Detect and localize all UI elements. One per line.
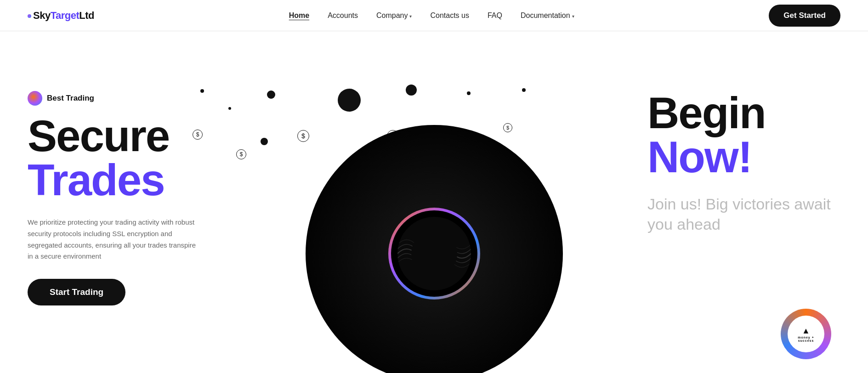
badge-icon (28, 91, 42, 106)
hero-right-title-line1: Begin (647, 91, 840, 135)
logo[interactable]: SkyTargetLtd (28, 10, 94, 22)
dollar-circle-icon: $ (236, 149, 246, 159)
floating-dot (338, 89, 361, 112)
nav-item-home[interactable]: Home (289, 11, 309, 20)
logo-ltd: Ltd (79, 10, 94, 21)
nav-links: Home Accounts Company▾ Contacts us FAQ D… (289, 11, 574, 20)
nav-link-home[interactable]: Home (289, 11, 309, 19)
vinyl-inner (411, 231, 457, 277)
success-badge-inner: ▲ money +success (788, 316, 824, 352)
nav-item-contacts[interactable]: Contacts us (430, 11, 469, 20)
floating-dot (406, 85, 417, 96)
hero-section: $$$$$$ Best Trading Secure Trades We pri… (0, 31, 868, 373)
hero-right-subtitle: Join us! Big victories await you ahead (647, 194, 840, 234)
success-badge: ▲ money +success (781, 309, 831, 359)
floating-dot (522, 88, 526, 92)
nav-link-documentation[interactable]: Documentation▾ (521, 11, 574, 19)
documentation-dropdown-arrow: ▾ (572, 14, 574, 19)
floating-dot (228, 107, 231, 110)
nav-link-contacts[interactable]: Contacts us (430, 11, 469, 19)
hero-left: Best Trading Secure Trades We prioritize… (0, 31, 202, 373)
vinyl-disc (306, 125, 563, 373)
hero-right-title-line2: Now! (647, 135, 840, 179)
nav-item-documentation[interactable]: Documentation▾ (521, 11, 574, 20)
success-badge-arrow-icon: ▲ (802, 326, 810, 336)
floating-dot (261, 138, 268, 145)
company-dropdown-arrow: ▾ (409, 14, 412, 19)
nav-link-accounts[interactable]: Accounts (328, 11, 358, 19)
nav-link-faq[interactable]: FAQ (488, 11, 502, 19)
hero-description: We prioritize protecting your trading ac… (28, 217, 202, 262)
floating-dot (467, 91, 471, 95)
hero-title-line1: Secure (28, 114, 202, 158)
logo-sky: Sky (33, 10, 51, 21)
nav-item-accounts[interactable]: Accounts (328, 11, 358, 20)
badge-text: Best Trading (47, 94, 94, 103)
logo-target: Target (51, 10, 79, 21)
floating-dot (267, 90, 275, 99)
logo-dot (28, 14, 31, 18)
best-trading-badge: Best Trading (28, 91, 202, 106)
hero-title-line2: Trades (28, 158, 202, 202)
success-badge-text: money +success (798, 336, 814, 342)
nav-item-company[interactable]: Company▾ (376, 11, 412, 20)
nav-link-company[interactable]: Company▾ (376, 11, 412, 19)
hero-center-visual (306, 125, 563, 373)
start-trading-button[interactable]: Start Trading (28, 279, 125, 305)
get-started-button[interactable]: Get Started (769, 5, 840, 27)
nav-item-faq[interactable]: FAQ (488, 11, 502, 20)
hero-right: Begin Now! Join us! Big victories await … (647, 91, 840, 234)
navbar: SkyTargetLtd Home Accounts Company▾ Cont… (0, 0, 868, 31)
